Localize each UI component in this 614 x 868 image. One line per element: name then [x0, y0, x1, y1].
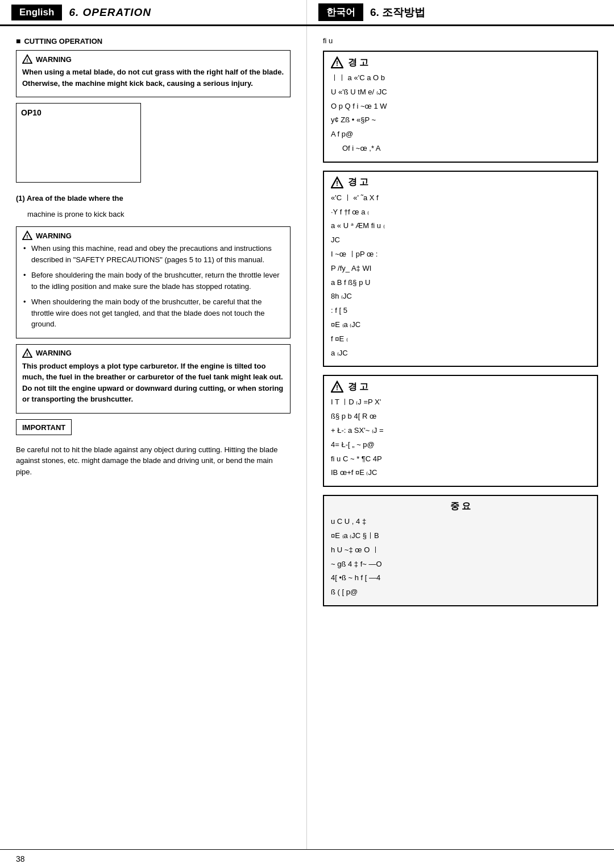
- kr-warning-triangle-2: !: [331, 176, 343, 189]
- kr-warning-label-2: 경 고: [348, 176, 368, 188]
- important-box-wrapper: IMPORTANT Be careful not to hit the blad…: [16, 419, 291, 478]
- warning2-bullet-2: Before shouldering the main body of the …: [22, 270, 284, 292]
- header-left: English 6. OPERATION: [0, 0, 307, 24]
- warning-label-1: WARNING: [36, 55, 72, 64]
- kr-warning-header-2: ! 경 고: [331, 176, 590, 189]
- warning-header-1: ! WARNING: [22, 54, 284, 64]
- warning3-text: This product employs a plot type carbure…: [22, 361, 284, 405]
- important-label: IMPORTANT: [22, 423, 65, 432]
- area-note-1: (1) Area of the blade where the: [16, 193, 291, 204]
- warning-triangle-1: !: [22, 54, 32, 64]
- warning1-text: When using a metal blade, do not cut gra…: [22, 67, 284, 89]
- important-text: Be careful not to hit the blade against …: [16, 444, 291, 478]
- cutting-op-header: CUTTING OPERATION: [16, 36, 291, 46]
- section-title-kr: 6. 조작방법: [370, 5, 425, 20]
- warning-header-3: ! WARNING: [22, 348, 284, 358]
- svg-text:!: !: [26, 233, 28, 239]
- section-title-en: 6. OPERATION: [69, 6, 151, 19]
- warning-box-1: ! WARNING When using a metal blade, do n…: [16, 50, 291, 97]
- important-box: IMPORTANT: [16, 419, 72, 435]
- kr-important-lines: u C U , 4 ‡ ¤E ₍a ₍JC §ㅣB h U ~‡ œ O ㅣ ~…: [331, 516, 590, 598]
- main-content: CUTTING OPERATION ! WARNING When using a…: [0, 26, 614, 849]
- svg-text:!: !: [336, 180, 338, 188]
- svg-text:!: !: [26, 351, 28, 357]
- kr-intro: fi u: [323, 36, 598, 45]
- kr-warning-label-3: 경 고: [348, 381, 368, 393]
- right-column: fi u ! 경 고 ㅣㅣ a «'C a O b U «'ß U tM: [307, 26, 614, 849]
- kr-warning-label-1: 경 고: [348, 57, 368, 69]
- kr-warning-triangle-3: !: [331, 381, 343, 393]
- kr-warning-header-3: ! 경 고: [331, 381, 590, 393]
- svg-text:!: !: [336, 60, 338, 68]
- warning-triangle-3: !: [22, 348, 32, 358]
- left-column: CUTTING OPERATION ! WARNING When using a…: [0, 26, 307, 849]
- kr-important-box: 중 요 u C U , 4 ‡ ¤E ₍a ₍JC §ㅣB h U ~‡ œ O…: [323, 495, 598, 606]
- warning-header-2: ! WARNING: [22, 230, 284, 241]
- warning-triangle-2: !: [22, 230, 32, 241]
- svg-text:!: !: [336, 385, 338, 392]
- op-label: OP10: [21, 108, 42, 117]
- page-number: 38: [16, 854, 25, 863]
- warning2-bullet-3: When shouldering the main body of the br…: [22, 296, 284, 330]
- kr-warning-header-1: ! 경 고: [331, 56, 590, 69]
- svg-text:!: !: [26, 57, 28, 63]
- warning-label-3: WARNING: [36, 349, 72, 357]
- warning2-bullet-1: When using this machine, read and obey t…: [22, 243, 284, 265]
- cutting-op-label: CUTTING OPERATION: [24, 37, 102, 46]
- area-note-2: machine is prone to kick back: [16, 209, 291, 220]
- warning-label-2: WARNING: [36, 232, 72, 240]
- korean-tab: 한국어: [318, 3, 363, 21]
- kr-warning3-lines: I T ㅣD ₍J =P X' ß§ p b 4[ R œ + Ł-: a SX…: [331, 396, 590, 479]
- kr-warning-triangle-1: !: [331, 56, 343, 69]
- kr-important-header: 중 요: [331, 501, 590, 512]
- warning-box-3: ! WARNING This product employs a plot ty…: [16, 344, 291, 414]
- kr-warning2-lines: «'C ㅣ «' ˜a X f ·Y f †f œ a ₍ a « U ᵃ ÆM…: [331, 192, 590, 359]
- page-wrapper: English 6. OPERATION 한국어 6. 조작방법 CUTTING…: [0, 0, 614, 868]
- kr-warning-box-1: ! 경 고 ㅣㅣ a «'C a O b U «'ß U tM e/ ₍JC O…: [323, 51, 598, 163]
- kr-warning-box-3: ! 경 고 I T ㅣD ₍J =P X' ß§ p b 4[ R œ + Ł-…: [323, 375, 598, 487]
- header: English 6. OPERATION 한국어 6. 조작방법: [0, 0, 614, 26]
- warning-box-2: ! WARNING When using this machine, read …: [16, 226, 291, 338]
- footer: 38: [0, 849, 614, 868]
- header-right: 한국어 6. 조작방법: [307, 0, 614, 24]
- english-tab: English: [11, 5, 62, 20]
- op-box: OP10: [16, 103, 141, 183]
- kr-warning1-lines: ㅣㅣ a «'C a O b U «'ß U tM e/ ₍JC O p Q f…: [331, 72, 590, 155]
- kr-warning-box-2: ! 경 고 «'C ㅣ «' ˜a X f ·Y f †f œ a ₍ a « …: [323, 171, 598, 367]
